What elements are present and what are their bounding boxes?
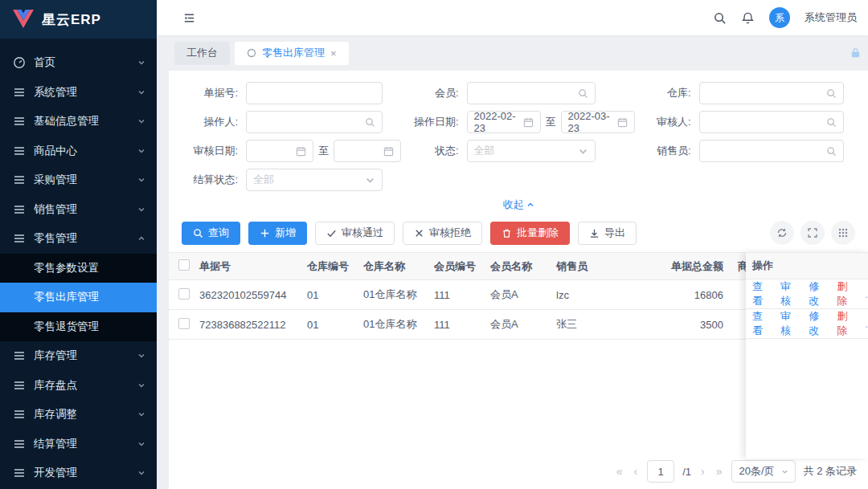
close-icon[interactable]: × — [330, 48, 337, 59]
filter-form: 单据号: 会员: 仓库: 操作人: — [169, 71, 868, 191]
prev-page-icon[interactable]: ‹ — [632, 465, 639, 478]
export-button[interactable]: 导出 — [578, 222, 637, 245]
avatar[interactable]: 系 — [769, 7, 790, 28]
sidebar-item-settle[interactable]: 结算管理 — [0, 430, 157, 459]
lock-icon[interactable] — [850, 47, 862, 59]
sidebar-item-stockadjust[interactable]: 库存调整 — [0, 400, 157, 430]
filter-warehouse: 仓库: — [635, 82, 856, 104]
page-size-select[interactable]: 20条/页 — [731, 460, 795, 483]
list-icon — [13, 349, 26, 362]
delete-link[interactable]: 删除 — [837, 309, 856, 338]
col-bill-no: 单据号 — [196, 253, 304, 280]
salesman-input[interactable] — [699, 140, 844, 162]
member-input[interactable] — [467, 82, 596, 104]
menu-collapse-icon[interactable] — [182, 11, 196, 25]
list-icon — [13, 408, 26, 421]
table-wrap: 单据号 仓库编号 仓库名称 会员编号 会员名称 销售员 单据总金额 商品 — [169, 252, 868, 340]
query-button[interactable]: 查询 — [182, 222, 240, 245]
user-name[interactable]: 系统管理员 — [805, 10, 857, 25]
batch-delete-button[interactable]: 批量删除 — [490, 222, 570, 245]
more-actions-clipped[interactable]: . — [865, 288, 868, 300]
column-settings-icon[interactable] — [831, 221, 855, 245]
sidebar-subitem-label: 零售参数设置 — [34, 261, 99, 275]
settle-status-select[interactable]: 全部 — [246, 169, 383, 191]
button-label: 审核拒绝 — [429, 226, 471, 240]
select-all-checkbox[interactable] — [178, 259, 190, 271]
app-logo-icon — [13, 10, 34, 29]
sidebar-subitem-label: 零售出库管理 — [34, 290, 99, 304]
sidebar-item-dev[interactable]: 开发管理 — [0, 458, 157, 488]
sidebar-item-system[interactable]: 系统管理 — [0, 78, 157, 108]
sidebar-item-goods[interactable]: 商品中心 — [0, 137, 157, 166]
refresh-icon — [247, 48, 256, 58]
filter-operate-date: 操作日期: 2022-02-23 至 2022-03-23 — [403, 111, 635, 133]
tab-retail-outbound[interactable]: 零售出库管理 × — [235, 42, 349, 65]
table-row[interactable]: 723836882522112 01 01仓库名称 111 会员A 张三 350… — [169, 310, 767, 340]
warehouse-input[interactable] — [699, 82, 844, 104]
reject-button[interactable]: 审核拒绝 — [403, 222, 482, 245]
audit-date-from[interactable] — [246, 140, 313, 162]
field-label: 单据号: — [182, 86, 246, 100]
fullscreen-icon[interactable] — [800, 221, 825, 245]
operator-input-field[interactable] — [253, 116, 362, 128]
sidebar-item-retail-outbound[interactable]: 零售出库管理 — [0, 283, 157, 312]
search-icon[interactable] — [713, 11, 727, 25]
audit-date-to-field[interactable] — [341, 145, 380, 157]
approve-button[interactable]: 审核通过 — [315, 222, 395, 245]
bell-icon[interactable] — [741, 11, 755, 25]
view-link[interactable]: 查看 — [752, 279, 772, 308]
salesman-input-field[interactable] — [706, 145, 823, 157]
auditor-input-field[interactable] — [706, 116, 823, 128]
warehouse-input-field[interactable] — [706, 88, 823, 100]
sidebar-item-retail-return[interactable]: 零售退货管理 — [0, 312, 157, 342]
edit-link[interactable]: 修改 — [809, 279, 828, 308]
audit-date-from-field[interactable] — [253, 145, 293, 157]
sidebar-item-retail-params[interactable]: 零售参数设置 — [0, 254, 157, 283]
audit-link[interactable]: 审核 — [780, 279, 800, 308]
status-select[interactable]: 全部 — [467, 140, 596, 162]
list-icon — [13, 173, 26, 186]
member-input-field[interactable] — [474, 88, 575, 100]
more-actions-clipped[interactable]: . — [865, 318, 868, 330]
auditor-input[interactable] — [699, 111, 844, 133]
sidebar-item-baseinfo[interactable]: 基础信息管理 — [0, 107, 157, 137]
chevron-down-icon — [137, 88, 145, 96]
sidebar-item-home[interactable]: 首页 — [0, 48, 157, 78]
plus-icon — [260, 228, 270, 238]
cell-wh-code: 01 — [304, 280, 360, 310]
operate-date-from[interactable]: 2022-02-23 — [467, 111, 541, 133]
collapse-filters-link[interactable]: 收起 — [503, 198, 534, 212]
retail-submenu: 零售参数设置 零售出库管理 零售退货管理 — [0, 254, 157, 342]
field-label: 审核日期: — [182, 144, 246, 158]
field-label: 操作日期: — [403, 115, 467, 129]
table-header-row: 单据号 仓库编号 仓库名称 会员编号 会员名称 销售员 单据总金额 商品 — [169, 253, 767, 280]
bill-no-input-field[interactable] — [253, 88, 375, 100]
sidebar-item-retail[interactable]: 零售管理 — [0, 224, 157, 254]
audit-link[interactable]: 审核 — [780, 309, 800, 338]
delete-link[interactable]: 删除 — [837, 279, 856, 308]
tab-workbench[interactable]: 工作台 — [174, 42, 230, 65]
audit-date-to[interactable] — [334, 140, 401, 162]
first-page-icon[interactable]: « — [615, 465, 624, 478]
topbar-right: 系 系统管理员 — [713, 7, 857, 28]
sidebar-item-stock[interactable]: 库存管理 — [0, 341, 157, 371]
bill-no-input[interactable] — [246, 82, 383, 104]
table-row[interactable]: 362320102559744 01 01仓库名称 111 会员A lzc 16… — [169, 280, 767, 310]
operate-date-to[interactable]: 2022-03-23 — [561, 111, 635, 133]
view-link[interactable]: 查看 — [752, 309, 772, 338]
next-page-icon[interactable]: › — [699, 465, 706, 478]
row-checkbox[interactable] — [178, 288, 190, 300]
field-label: 销售员: — [635, 144, 699, 158]
current-page-input[interactable]: 1 — [647, 460, 674, 483]
add-button[interactable]: 新增 — [248, 222, 307, 245]
operations-fixed-column: 操作 查看 审核 修改 删除 . 查看 审核 修改 删除 . — [746, 252, 868, 458]
refresh-icon[interactable] — [770, 221, 794, 245]
pagination-bar: « ‹ 1 /1 › » 20条/页 共 2 条记录 — [169, 454, 868, 489]
last-page-icon[interactable]: » — [714, 465, 724, 478]
row-checkbox[interactable] — [178, 318, 190, 329]
sidebar-item-purchase[interactable]: 采购管理 — [0, 165, 157, 195]
sidebar-item-stocktake[interactable]: 库存盘点 — [0, 371, 157, 401]
sidebar-item-sale[interactable]: 销售管理 — [0, 195, 157, 225]
edit-link[interactable]: 修改 — [809, 309, 828, 338]
operator-input[interactable] — [246, 111, 383, 133]
